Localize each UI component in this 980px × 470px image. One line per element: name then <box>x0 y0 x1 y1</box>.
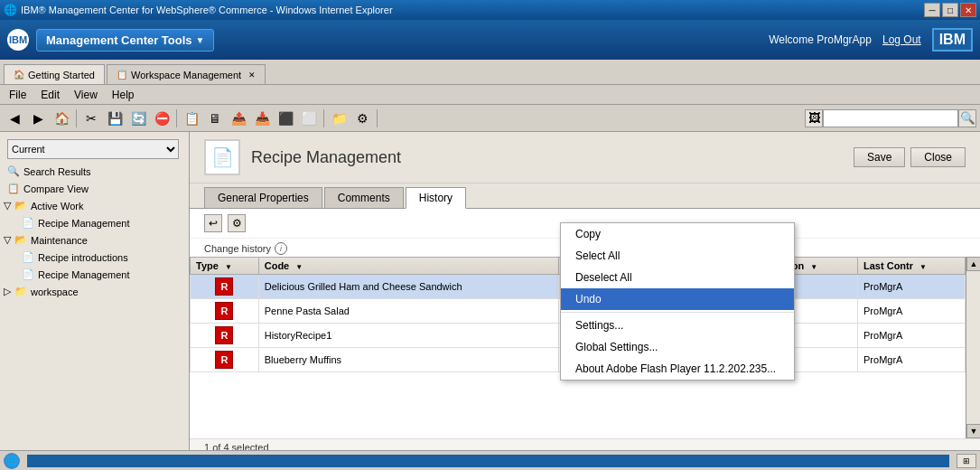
search-area: 🖼 🔍 <box>805 109 976 127</box>
tb-btn-5[interactable]: ⬛ <box>275 108 296 129</box>
home-button[interactable]: 🏠 <box>51 108 72 129</box>
tb-btn-1[interactable]: 📋 <box>181 108 202 129</box>
stop-button[interactable]: ⛔ <box>151 108 173 129</box>
tab-getting-started[interactable]: 🏠 Getting Started <box>4 64 105 84</box>
menu-edit[interactable]: Edit <box>35 87 65 103</box>
ctx-undo[interactable]: Undo <box>561 288 794 310</box>
cell-type-3: R <box>191 348 259 372</box>
folder-icon-maint: 📂 <box>14 234 27 246</box>
tab-general-properties[interactable]: General Properties <box>204 187 322 208</box>
ctx-copy-label: Copy <box>575 228 601 240</box>
ctx-global-settings[interactable]: Global Settings... <box>561 336 794 358</box>
maintenance-label: Maintenance <box>31 235 88 246</box>
app-header: IBM Management Center Tools ▼ Welcome Pr… <box>0 20 980 60</box>
undo-history-btn[interactable]: ↩ <box>204 214 222 232</box>
tb-btn-4[interactable]: 📥 <box>251 108 273 129</box>
tb-btn-3[interactable]: 📤 <box>228 108 249 129</box>
change-history-text: Change history <box>204 243 271 254</box>
ctx-global-settings-label: Global Settings... <box>575 341 658 353</box>
search-results-label: Search Results <box>23 166 91 177</box>
history-action-btn[interactable]: ⚙ <box>228 214 246 232</box>
tb-btn-6[interactable]: ⬜ <box>298 108 320 129</box>
content-header: 📄 Recipe Management Save Close <box>190 132 980 183</box>
folder-icon-active: 📂 <box>14 200 27 212</box>
tb-btn-7[interactable]: 📁 <box>328 108 350 129</box>
search-input[interactable] <box>823 109 958 127</box>
menu-file[interactable]: File <box>4 87 32 103</box>
sidebar-item-recipe-management-maint[interactable]: 📄 Recipe Management <box>0 266 189 283</box>
content-action-buttons: Save Close <box>854 147 966 167</box>
ctx-settings-label: Settings... <box>575 319 623 332</box>
cell-code-0: Delicious Grilled Ham and Cheese Sandwic… <box>258 275 558 299</box>
tab-workspace-management[interactable]: 📋 Workspace Management ✕ <box>107 64 266 84</box>
tab-comments[interactable]: Comments <box>324 187 404 208</box>
save-button[interactable]: Save <box>854 147 905 167</box>
type-icon-0: R <box>215 277 233 296</box>
logout-button[interactable]: Log Out <box>882 33 921 46</box>
ctx-deselect-all-label: Deselect All <box>575 271 632 284</box>
progress-bar <box>27 455 949 467</box>
minimize-button[interactable]: ─ <box>924 3 940 17</box>
back-button[interactable]: ◀ <box>4 108 25 129</box>
sidebar-section-active-work[interactable]: ▽ 📂 Active Work <box>0 197 189 214</box>
management-center-btn[interactable]: Management Center Tools ▼ <box>36 29 214 52</box>
tb-btn-2[interactable]: 🖥 <box>204 108 226 129</box>
ctx-deselect-all[interactable]: Deselect All <box>561 267 794 288</box>
bottom-action-btn[interactable]: ⊞ <box>957 454 976 468</box>
menu-view[interactable]: View <box>69 87 103 103</box>
ctx-select-all-label: Select All <box>575 249 620 262</box>
forward-button[interactable]: ▶ <box>27 108 49 129</box>
ctx-separator <box>561 312 794 313</box>
tb-btn-8[interactable]: ⚙ <box>351 108 373 129</box>
cell-contrib-2: ProMgrA <box>858 324 966 348</box>
cell-contrib-3: ProMgrA <box>858 348 966 372</box>
sidebar-item-recipe-management-active[interactable]: 📄 Recipe Management <box>0 214 189 231</box>
recipe-management-maint-label: Recipe Management <box>38 269 130 280</box>
sidebar-item-compare-view[interactable]: 📋 Compare View <box>0 180 189 197</box>
search-icon-btn[interactable]: 🖼 <box>805 109 823 127</box>
restore-button[interactable]: □ <box>942 3 958 17</box>
menu-bar: File Edit View Help <box>0 85 980 105</box>
ctx-select-all[interactable]: Select All <box>561 245 794 267</box>
menu-help[interactable]: Help <box>107 87 140 103</box>
ctx-settings[interactable]: Settings... <box>561 315 794 336</box>
tab-history[interactable]: History <box>406 187 466 209</box>
bottom-status-bar: 🌐 ⊞ <box>0 450 980 470</box>
cell-type-0: R <box>191 275 259 299</box>
type-icon-2: R <box>215 326 233 344</box>
title-bar: 🌐 IBM® Management Center for WebSphere® … <box>0 0 980 20</box>
sidebar-item-recipe-introductions[interactable]: 📄 Recipe introductions <box>0 249 189 266</box>
toolbar-sep-1 <box>76 109 77 127</box>
recipe-icon: 📄 <box>204 139 240 175</box>
sidebar-section-maintenance[interactable]: ▽ 📂 Maintenance <box>0 231 189 249</box>
scroll-up-btn[interactable]: ▲ <box>966 257 980 271</box>
search-icon: 🔍 <box>7 165 20 177</box>
ctx-copy[interactable]: Copy <box>561 223 794 245</box>
close-window-button[interactable]: ✕ <box>960 3 976 17</box>
search-submit-btn[interactable]: 🔍 <box>958 109 976 127</box>
col-type: Type ▼ <box>191 258 259 275</box>
type-icon-3: R <box>215 351 233 369</box>
history-label: History <box>419 192 453 204</box>
content-tabs: General Properties Comments History <box>190 183 980 209</box>
ctx-about-flash[interactable]: About Adobe Flash Player 11.2.202.235... <box>561 358 794 380</box>
vertical-scrollbar[interactable]: ▲ ▼ <box>966 257 980 438</box>
workspace-label: workspace <box>31 287 79 297</box>
sidebar-section-workspace[interactable]: ▷ 📁 workspace <box>0 283 189 300</box>
toolbar-sep-4 <box>377 109 378 127</box>
getting-started-icon: 🏠 <box>14 70 24 80</box>
tab-close-icon[interactable]: ✕ <box>248 70 256 80</box>
recipe-introductions-label: Recipe introductions <box>38 252 128 263</box>
sidebar-dropdown[interactable]: Current <box>7 139 179 159</box>
close-content-button[interactable]: Close <box>910 147 966 167</box>
scroll-down-btn[interactable]: ▼ <box>966 424 980 438</box>
refresh-button[interactable]: 🔄 <box>127 108 149 129</box>
save-toolbar-button[interactable]: 💾 <box>104 108 126 129</box>
dropdown-arrow-icon: ▼ <box>196 35 205 45</box>
cell-contrib-1: ProMgrA <box>858 299 966 324</box>
sidebar-item-search-results[interactable]: 🔍 Search Results <box>0 163 189 180</box>
cut-button[interactable]: ✂ <box>80 108 102 129</box>
ctx-about-flash-label: About Adobe Flash Player 11.2.202.235... <box>575 362 776 375</box>
toolbar-sep-3 <box>323 109 324 127</box>
status-icon: 🌐 <box>4 453 20 469</box>
